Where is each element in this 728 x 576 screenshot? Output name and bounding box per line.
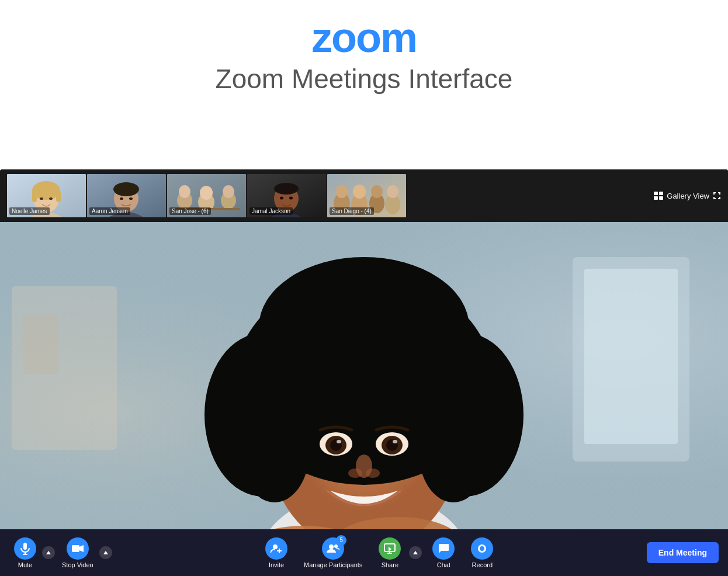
manage-participants-label: Manage Participants <box>304 561 362 568</box>
participant-count-badge: 5 <box>336 535 346 546</box>
svg-rect-52 <box>23 315 58 374</box>
thumb-label-2: Aaron Jensen <box>89 207 130 215</box>
svg-point-21 <box>200 186 213 200</box>
person-add-icon <box>271 543 282 554</box>
chat-icon-circle <box>432 537 455 560</box>
svg-point-14 <box>120 197 123 200</box>
svg-point-41 <box>387 185 398 198</box>
svg-point-29 <box>274 183 299 195</box>
svg-point-66 <box>383 339 442 421</box>
toolbar-left: Mute S <box>9 534 112 572</box>
stop-video-group: Stop Video <box>57 534 112 572</box>
svg-point-89 <box>329 544 334 549</box>
share-group: Share <box>373 534 422 572</box>
chat-button[interactable]: Chat <box>427 534 460 572</box>
svg-rect-44 <box>654 196 658 200</box>
invite-icon-circle <box>265 537 287 560</box>
share-icon-circle <box>379 537 401 560</box>
thumbnails-row: Noelle James <box>7 174 406 217</box>
thumb-label-5: San Diego - (4) <box>330 207 374 215</box>
record-button[interactable]: Record <box>465 534 499 572</box>
meeting-window: Noelle James <box>0 169 728 576</box>
svg-point-39 <box>371 185 383 198</box>
svg-rect-85 <box>72 545 79 552</box>
camera-icon <box>71 544 84 553</box>
stop-video-icon-wrap <box>67 537 89 560</box>
svg-point-13 <box>113 182 139 196</box>
mute-label: Mute <box>18 561 32 568</box>
main-video <box>0 222 728 529</box>
gallery-view-button[interactable]: Gallery View <box>654 192 721 200</box>
record-icon <box>476 543 488 554</box>
svg-point-19 <box>179 185 190 198</box>
svg-rect-43 <box>659 192 663 195</box>
mute-icon-wrap <box>14 537 36 560</box>
chevron-up-icon <box>46 551 51 554</box>
thumbnail-sanjose[interactable]: San Jose - (6) <box>167 174 246 217</box>
thumbnail-sandiego[interactable]: San Diego - (4) <box>327 174 406 217</box>
end-meeting-button[interactable]: End Meeting <box>647 542 719 563</box>
svg-point-35 <box>336 185 348 198</box>
invite-button[interactable]: Invite <box>259 534 293 572</box>
svg-point-7 <box>40 197 43 200</box>
svg-point-95 <box>480 546 484 551</box>
gallery-view-label: Gallery View <box>667 192 709 200</box>
mute-chevron[interactable] <box>42 546 55 559</box>
svg-rect-50 <box>584 269 678 444</box>
thumb-label-3: San Jose - (6) <box>169 207 211 215</box>
zoom-logo: zoom <box>0 16 728 58</box>
svg-point-86 <box>273 544 278 549</box>
record-icon-circle <box>471 537 493 560</box>
share-chevron-icon <box>413 551 418 554</box>
svg-point-30 <box>280 197 283 200</box>
mute-button[interactable]: Mute <box>9 534 41 572</box>
svg-rect-5 <box>32 190 37 202</box>
page-subtitle: Zoom Meetings Interface <box>0 63 728 95</box>
stop-video-button[interactable]: Stop Video <box>57 534 98 572</box>
share-label: Share <box>382 561 398 568</box>
share-button[interactable]: Share <box>373 534 407 572</box>
chevron-up-icon-2 <box>103 551 108 554</box>
svg-point-23 <box>223 185 234 198</box>
mute-group: Mute <box>9 534 55 572</box>
manage-participants-button[interactable]: 5 Manage Participants <box>298 534 368 572</box>
svg-point-90 <box>334 544 338 548</box>
svg-point-8 <box>49 197 53 200</box>
svg-point-73 <box>337 440 341 443</box>
stop-video-label: Stop Video <box>62 561 93 568</box>
microphone-icon <box>19 542 31 555</box>
toolbar-center: Invite 5 Manage Participants <box>112 534 647 572</box>
share-chevron[interactable] <box>409 546 422 559</box>
svg-point-76 <box>348 469 362 478</box>
thumbnail-jamal[interactable]: Jamal Jackson <box>247 174 326 217</box>
svg-point-65 <box>286 339 345 421</box>
svg-point-31 <box>289 197 293 200</box>
svg-point-37 <box>353 185 366 199</box>
svg-point-74 <box>393 440 397 443</box>
thumb-label-1: Noelle James <box>9 207 50 215</box>
share-screen-icon <box>384 543 396 554</box>
svg-rect-42 <box>654 192 658 195</box>
record-label: Record <box>472 561 493 568</box>
participants-icon-wrap: 5 <box>322 537 344 560</box>
thumbnail-noelle[interactable]: Noelle James <box>7 174 86 217</box>
svg-point-15 <box>129 197 133 200</box>
chat-label: Chat <box>437 561 450 568</box>
toolbar: Mute S <box>0 529 728 576</box>
top-bar: Noelle James <box>0 169 728 222</box>
chat-icon <box>438 543 449 554</box>
svg-point-77 <box>366 469 380 478</box>
svg-rect-45 <box>659 196 663 200</box>
video-chevron[interactable] <box>99 546 112 559</box>
thumbnail-aaron[interactable]: Aaron Jensen <box>87 174 166 217</box>
invite-label: Invite <box>269 561 284 568</box>
svg-rect-82 <box>23 543 27 550</box>
page-header: zoom Zoom Meetings Interface <box>0 0 728 106</box>
thumb-label-4: Jamal Jackson <box>249 207 293 215</box>
toolbar-right: End Meeting <box>647 542 719 563</box>
svg-rect-6 <box>56 190 61 202</box>
